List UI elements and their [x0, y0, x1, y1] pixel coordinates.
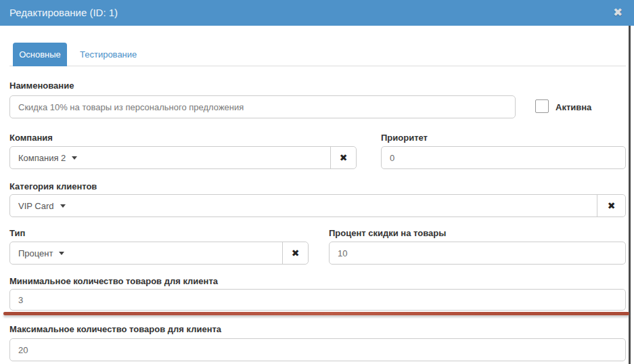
type-selected-value: Процент	[18, 248, 53, 258]
client-category-select[interactable]: VIP Card	[10, 195, 597, 217]
discount-percent-input[interactable]	[329, 242, 626, 265]
edit-dialog: Редактирование (ID: 1) ✖ Основные Тестир…	[0, 0, 634, 364]
type-select-group: Процент ✖	[9, 242, 309, 265]
active-checkbox-label: Активна	[556, 102, 591, 112]
company-label: Компания	[9, 133, 53, 143]
priority-input[interactable]	[381, 146, 626, 169]
min-items-input[interactable]	[9, 289, 626, 311]
max-items-label: Максимальное количество товаров для клие…	[9, 324, 221, 334]
company-clear-button[interactable]: ✖	[330, 147, 356, 168]
chevron-down-icon	[72, 156, 77, 160]
name-label: Наименование	[9, 81, 74, 91]
client-category-select-group: VIP Card ✖	[9, 194, 626, 217]
min-items-label: Минимальное количество товаров для клиен…	[9, 276, 218, 286]
annotation-underline	[3, 312, 629, 315]
priority-label: Приоритет	[381, 133, 428, 143]
name-input[interactable]	[9, 95, 516, 118]
client-category-clear-button[interactable]: ✖	[597, 195, 625, 217]
clear-icon: ✖	[340, 152, 348, 163]
close-icon[interactable]: ✖	[608, 0, 627, 26]
discount-percent-label: Процент скидки на товары	[329, 228, 446, 238]
type-label: Тип	[9, 228, 25, 238]
dialog-header: Редактирование (ID: 1) ✖	[0, 0, 634, 26]
chevron-down-icon	[60, 204, 66, 208]
company-selected-value: Компания 2	[18, 153, 66, 163]
company-select-group: Компания 2 ✖	[9, 146, 357, 169]
type-select[interactable]: Процент	[10, 242, 282, 264]
max-items-input[interactable]	[9, 338, 626, 361]
chevron-down-icon	[59, 252, 64, 255]
dialog-title: Редактирование (ID: 1)	[9, 0, 118, 26]
type-clear-button[interactable]: ✖	[282, 242, 308, 264]
client-category-label: Категория клиентов	[9, 181, 97, 191]
clear-icon: ✖	[608, 200, 616, 211]
clear-icon: ✖	[292, 248, 300, 258]
tab-main[interactable]: Основные	[13, 43, 67, 66]
tab-testing[interactable]: Тестирование	[80, 43, 137, 66]
company-select[interactable]: Компания 2	[10, 147, 330, 168]
client-category-selected-value: VIP Card	[18, 201, 54, 211]
active-checkbox[interactable]	[535, 99, 549, 113]
